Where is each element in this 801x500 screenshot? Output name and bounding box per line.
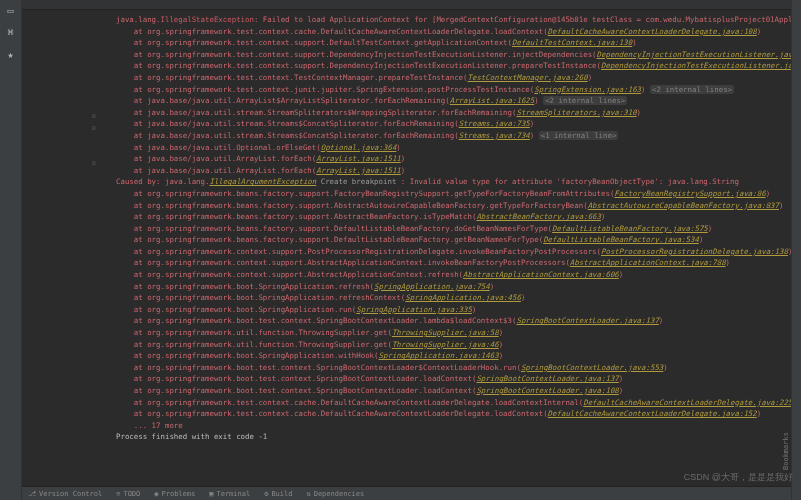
fold-mark-icon[interactable]: ⊞ xyxy=(92,112,96,119)
stack-trace-line: at org.springframework.boot.SpringApplic… xyxy=(116,350,791,362)
exception-header: java.lang.IllegalStateException: Failed … xyxy=(116,14,791,26)
folded-frames[interactable]: <2 internal lines> xyxy=(543,96,627,105)
stack-frame-text: at org.springframework.boot.test.context… xyxy=(116,374,476,383)
source-link[interactable]: TestContextManager.java:260 xyxy=(468,73,588,82)
stack-trace-line: at org.springframework.boot.SpringApplic… xyxy=(116,292,791,304)
source-link[interactable]: ArrayList.java:1511 xyxy=(316,154,401,163)
process-exit-line: Process finished with exit code -1 xyxy=(116,432,267,441)
stack-trace-line: at org.springframework.test.context.Test… xyxy=(116,72,791,84)
stack-trace-line: at org.springframework.test.context.cach… xyxy=(116,408,791,420)
source-link[interactable]: DefaultCacheAwareContextLoaderDelegate.j… xyxy=(548,409,757,418)
source-link[interactable]: ThrowingSupplier.java:46 xyxy=(392,340,499,349)
exception-class-name: IllegalStateException xyxy=(161,15,254,24)
source-link[interactable]: SpringBootContextLoader.java:137 xyxy=(516,316,658,325)
source-link[interactable]: StreamSpliterators.java:310 xyxy=(516,108,636,117)
source-link[interactable]: AbstractApplicationContext.java:788 xyxy=(570,258,726,267)
stack-frame-text: at org.springframework.context.support.A… xyxy=(116,258,570,267)
stack-frame-text: at org.springframework.test.context.supp… xyxy=(116,61,601,70)
source-link[interactable]: ArrayList.java:1511 xyxy=(316,166,401,175)
stack-frame-text: at org.springframework.context.support.A… xyxy=(116,270,463,279)
stack-trace-line: at java.base/java.util.ArrayList.forEach… xyxy=(116,165,791,177)
source-link[interactable]: AbstractAutowireCapableBeanFactory.java:… xyxy=(588,201,779,210)
build-tab[interactable]: ⚙ Build xyxy=(264,490,292,498)
favorites-tool-icon[interactable]: ★ xyxy=(5,48,17,60)
source-link[interactable]: ArrayList.java:1625 xyxy=(450,96,535,105)
stack-frame-text: at java.base/java.util.ArrayList.forEach… xyxy=(116,166,316,175)
create-breakpoint-link[interactable]: Create breakpoint xyxy=(316,177,401,186)
source-link[interactable]: SpringBootContextLoader.java:553 xyxy=(521,363,663,372)
dependencies-tab[interactable]: ⇅ Dependencies xyxy=(306,490,364,498)
stack-trace-line: ... 17 more xyxy=(116,420,791,432)
source-link[interactable]: AbstractBeanFactory.java:663 xyxy=(476,212,601,221)
right-tool-sidebar: Bookmarks xyxy=(791,0,801,500)
todo-tab[interactable]: ≡ TODO xyxy=(116,490,140,498)
stack-frame-text: at org.springframework.test.context.supp… xyxy=(116,38,512,47)
editor-tabs-bar xyxy=(22,0,791,10)
stack-frame-text: at org.springframework.boot.SpringApplic… xyxy=(116,305,356,314)
console-output[interactable]: java.lang.IllegalStateException: Failed … xyxy=(26,14,791,443)
folded-frames[interactable]: <2 internal lines> xyxy=(650,85,734,94)
source-link[interactable]: DefaultListableBeanFactory.java:534 xyxy=(543,235,699,244)
stack-trace-line: at org.springframework.beans.factory.sup… xyxy=(116,211,791,223)
stack-frame-text: at org.springframework.test.context.juni… xyxy=(116,85,534,94)
source-link[interactable]: AbstractApplicationContext.java:606 xyxy=(463,270,619,279)
stack-frame-text: at org.springframework.boot.test.context… xyxy=(116,316,516,325)
source-link[interactable]: DefaultTestContext.java:130 xyxy=(512,38,632,47)
source-link[interactable]: FactoryBeanRegistrySupport.java:86 xyxy=(614,189,765,198)
structure-tool-icon[interactable]: ⌘ xyxy=(5,26,17,38)
source-link[interactable]: SpringBootContextLoader.java:108 xyxy=(476,386,618,395)
source-link[interactable]: DefaultCacheAwareContextLoaderDelegate.j… xyxy=(548,27,757,36)
stack-frame-text: at org.springframework.test.context.cach… xyxy=(116,409,548,418)
source-link[interactable]: Streams.java:734 xyxy=(459,131,530,140)
stack-frame-text: at java.base/java.util.stream.StreamSpli… xyxy=(116,108,516,117)
stack-trace-line: Process finished with exit code -1 xyxy=(116,431,791,443)
stack-trace-line: at java.base/java.util.stream.StreamSpli… xyxy=(116,107,791,119)
source-link[interactable]: DefaultListableBeanFactory.java:575 xyxy=(552,224,708,233)
source-link[interactable]: SpringExtension.java:163 xyxy=(534,85,641,94)
source-link[interactable]: SpringApplication.java:335 xyxy=(356,305,472,314)
folded-frames[interactable]: <1 internal line> xyxy=(539,131,619,140)
terminal-tab[interactable]: ▣ Terminal xyxy=(209,490,250,498)
caused-by-header: Caused by: java.lang.IllegalArgumentExce… xyxy=(116,176,791,188)
stack-frame-text: at org.springframework.beans.factory.sup… xyxy=(116,201,588,210)
bookmarks-tool-label[interactable]: Bookmarks xyxy=(782,432,790,470)
source-link[interactable]: SpringApplication.java:456 xyxy=(405,293,521,302)
source-link[interactable]: DefaultCacheAwareContextLoaderDelegate.j… xyxy=(583,398,791,407)
left-tool-sidebar: ▭ ⌘ ★ xyxy=(0,0,22,500)
fold-mark-icon[interactable]: ⊞ xyxy=(92,124,96,131)
stack-trace-line: at org.springframework.context.support.A… xyxy=(116,257,791,269)
stack-trace-line: at org.springframework.boot.SpringApplic… xyxy=(116,281,791,293)
source-link[interactable]: SpringBootContextLoader.java:137 xyxy=(476,374,618,383)
source-link[interactable]: Streams.java:735 xyxy=(459,119,530,128)
stack-frame-text: at java.base/java.util.stream.Streams$Co… xyxy=(116,131,459,140)
source-link[interactable]: SpringApplication.java:1463 xyxy=(379,351,499,360)
version-control-tab[interactable]: ⎇ Version Control xyxy=(28,490,102,498)
stack-trace-line: at org.springframework.util.function.Thr… xyxy=(116,339,791,351)
stack-trace-line: at org.springframework.test.context.supp… xyxy=(116,60,791,72)
exception-class-link[interactable]: IllegalArgumentException xyxy=(209,177,316,186)
stack-trace-line: at org.springframework.test.context.juni… xyxy=(116,84,791,96)
problems-tab[interactable]: ◉ Problems xyxy=(154,490,195,498)
stack-trace-line: at org.springframework.boot.test.context… xyxy=(116,373,791,385)
stack-frame-text: at org.springframework.boot.test.context… xyxy=(116,363,521,372)
source-link[interactable]: Optional.java:364 xyxy=(321,143,397,152)
stack-frame-text: at org.springframework.boot.SpringApplic… xyxy=(116,351,379,360)
run-console[interactable]: ⊞ ⊞ ⊞ java.lang.IllegalStateException: F… xyxy=(22,10,791,486)
stack-trace-line: at org.springframework.beans.factory.sup… xyxy=(116,234,791,246)
stack-frame-text: at org.springframework.test.context.supp… xyxy=(116,50,597,59)
stack-trace-line: at org.springframework.beans.factory.sup… xyxy=(116,223,791,235)
source-link[interactable]: PostProcessorRegistrationDelegate.java:1… xyxy=(601,247,788,256)
source-link[interactable]: DependencyInjectionTestExecutionListener… xyxy=(597,50,791,59)
stack-trace-line: at org.springframework.test.context.cach… xyxy=(116,397,791,409)
stack-trace-line: at org.springframework.util.function.Thr… xyxy=(116,327,791,339)
project-tool-icon[interactable]: ▭ xyxy=(5,4,17,16)
source-link[interactable]: DependencyInjectionTestExecutionListener… xyxy=(601,61,791,70)
source-link[interactable]: ThrowingSupplier.java:58 xyxy=(392,328,499,337)
stack-trace-line: at org.springframework.test.context.cach… xyxy=(116,26,791,38)
source-link[interactable]: SpringApplication.java:754 xyxy=(374,282,490,291)
stack-frame-text: at org.springframework.context.support.P… xyxy=(116,247,601,256)
csdn-watermark: CSDN @大哥，是是是我好 xyxy=(684,471,793,484)
stack-trace-line: at org.springframework.context.support.P… xyxy=(116,246,791,258)
fold-mark-icon[interactable]: ⊞ xyxy=(92,159,96,166)
main-area: ⊞ ⊞ ⊞ java.lang.IllegalStateException: F… xyxy=(22,0,791,500)
